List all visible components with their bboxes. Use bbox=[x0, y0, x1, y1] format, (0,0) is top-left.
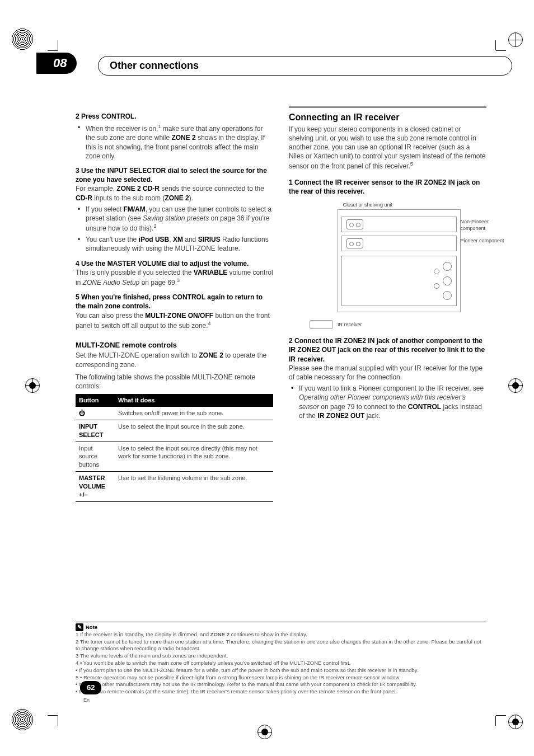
table-row: INPUT SELECT Use to select the input sou… bbox=[76, 420, 273, 442]
italic: Saving station presets bbox=[143, 214, 209, 222]
text: Set the MULTI-ZONE operation switch to bbox=[76, 351, 199, 359]
chapter-number-badge: 08 bbox=[36, 53, 77, 74]
text: on page 69. bbox=[139, 279, 177, 287]
table-cell: Use to select the input source directly … bbox=[115, 442, 273, 472]
step-5-para: You can also press the MULTI-ZONE ON/OFF… bbox=[76, 311, 273, 330]
bold: IR ZONE2 OUT bbox=[317, 412, 364, 420]
registration-mark-icon bbox=[508, 32, 523, 47]
step-4-heading: 4 Use the MASTER VOLUME dial to adjust t… bbox=[76, 259, 273, 268]
bold: ZONE 2 bbox=[171, 134, 195, 142]
footnote-4a: 4 • You won't be able to switch the main… bbox=[76, 660, 486, 667]
footnote-5a: 5 • Remote operation may not be possible… bbox=[76, 674, 486, 682]
bold: XM bbox=[173, 236, 183, 243]
note-icon: ✎ bbox=[76, 623, 83, 631]
knob-icon bbox=[434, 269, 439, 274]
text: For example, bbox=[76, 185, 116, 192]
bold: iPod USB bbox=[139, 236, 170, 243]
chapter-title: Other connections bbox=[98, 56, 512, 76]
text: continues to show in the display. bbox=[229, 631, 307, 637]
text: 1 If the receiver is in standby, the dis… bbox=[76, 631, 210, 637]
text: jack. bbox=[364, 412, 380, 420]
table-row: MASTER VOLUME +/– Use to set the listeni… bbox=[76, 472, 273, 502]
diagram-label: Closet or shelving unit bbox=[343, 201, 472, 208]
diagram-shelf: Non-Pioneer component Pioneer component bbox=[338, 209, 461, 312]
table-row: Input source buttons Use to select the i… bbox=[76, 442, 273, 472]
bold: ZONE 2 CD-R bbox=[116, 185, 160, 192]
step-3-bullet-2: You can't use the iPod USB, XM and SIRIU… bbox=[76, 235, 273, 253]
bold: ZONE 2 bbox=[165, 194, 189, 202]
multizone-para-1: Set the MULTI-ZONE operation switch to Z… bbox=[76, 351, 273, 369]
crop-mark-icon bbox=[495, 716, 496, 726]
crop-mark-icon bbox=[496, 50, 506, 51]
diagram-label: IR receiver bbox=[338, 314, 362, 328]
text: This is only possible if you selected th… bbox=[76, 269, 194, 276]
bold: ZONE 2 bbox=[199, 351, 223, 359]
text: If you keep your stereo components in a … bbox=[289, 125, 486, 171]
text: You can't use the bbox=[86, 236, 139, 243]
step-4-para: This is only possible if you selected th… bbox=[76, 268, 273, 287]
italic: ZONE Audio Setup bbox=[83, 279, 140, 287]
text: ). bbox=[189, 194, 193, 202]
bold: FM/AM bbox=[123, 205, 145, 213]
table-cell: Switches on/off power in the sub zone. bbox=[115, 407, 273, 420]
knob-icon bbox=[434, 283, 439, 289]
text: sends the source connected to the bbox=[160, 185, 264, 192]
diagram-label: Pioneer component bbox=[461, 237, 511, 244]
text: When the receiver is on, bbox=[86, 125, 158, 133]
chapter-header: 08 Other connections bbox=[48, 56, 514, 78]
footnote-4b: • If you don't plan to use the MULTI-ZON… bbox=[76, 667, 486, 674]
left-column: 2 Press CONTROL. When the receiver is on… bbox=[76, 106, 273, 502]
text: If you want to link a Pioneer component … bbox=[299, 384, 484, 392]
table-cell: Input source buttons bbox=[76, 442, 115, 472]
footnote-ref: 2 bbox=[153, 223, 156, 229]
right-step-2-bullet: If you want to link a Pioneer component … bbox=[289, 384, 486, 420]
section-heading: Connecting an IR receiver bbox=[289, 106, 486, 124]
right-column: Connecting an IR receiver If you keep yo… bbox=[289, 106, 486, 502]
bold: CONTROL bbox=[408, 403, 441, 411]
footnote-ref: 4 bbox=[208, 321, 211, 326]
knob-icon bbox=[443, 276, 452, 285]
step-3-bullet-1: If you select FM/AM, you can use the tun… bbox=[76, 205, 273, 233]
bold: CD-R bbox=[76, 194, 92, 202]
step-3-para: For example, ZONE 2 CD-R sends the sourc… bbox=[76, 184, 273, 202]
page-language: En bbox=[83, 697, 90, 703]
text: inputs to the sub room ( bbox=[92, 194, 165, 202]
knob-icon bbox=[443, 262, 452, 271]
footnote-5c: • If using two remote controls (at the s… bbox=[76, 688, 486, 696]
right-step-2-para: Please see the manual supplied with your… bbox=[289, 364, 486, 382]
footnotes: ✎Note 1 If the receiver is in standby, t… bbox=[76, 622, 486, 696]
right-step-1-heading: 1 Connect the IR receiver sensor to the … bbox=[289, 178, 486, 196]
registration-mark-icon bbox=[11, 708, 34, 731]
crop-mark-icon bbox=[58, 716, 58, 726]
bold: MULTI-ZONE ON/OFF bbox=[145, 312, 213, 320]
ir-receiver-icon bbox=[310, 320, 333, 329]
table-header: Button bbox=[76, 394, 115, 407]
text: on page 79 to connect to the bbox=[319, 403, 408, 411]
text: , bbox=[169, 236, 173, 243]
knob-icon bbox=[443, 291, 452, 300]
connection-diagram: Closet or shelving unit Non-Pioneer comp… bbox=[304, 201, 472, 331]
table-cell: Use to select the input source in the su… bbox=[115, 420, 273, 442]
jacks-icon bbox=[346, 219, 363, 229]
text: and bbox=[183, 236, 198, 243]
diagram-label: Non-Pioneer component bbox=[461, 218, 511, 232]
registration-mark-icon bbox=[25, 378, 40, 393]
registration-mark-icon bbox=[257, 725, 272, 739]
table-header: What it does bbox=[115, 394, 273, 407]
right-step-2-heading: 2 Connect the IR ZONE2 IN jack of anothe… bbox=[289, 336, 486, 364]
multizone-subheading: MULTI-ZONE remote controls bbox=[76, 340, 273, 350]
step-3-heading: 3 Use the INPUT SELECTOR dial to select … bbox=[76, 166, 273, 184]
footnote-1: 1 If the receiver is in standby, the dis… bbox=[76, 631, 486, 638]
text: You can also press the bbox=[76, 312, 145, 320]
jacks-icon bbox=[346, 238, 363, 248]
step-5-heading: 5 When you're finished, press CONTROL ag… bbox=[76, 293, 273, 311]
power-icon: ⏻ bbox=[76, 407, 115, 420]
registration-mark-icon bbox=[11, 28, 34, 50]
crop-mark-icon bbox=[58, 40, 58, 50]
note-heading-label: Note bbox=[86, 624, 97, 630]
bold: ZONE 2 bbox=[210, 631, 229, 637]
diagram-component: Pioneer component bbox=[341, 236, 457, 251]
crop-mark-icon bbox=[48, 50, 58, 51]
page-number: 62 bbox=[80, 681, 101, 694]
footnote-ref: 3 bbox=[177, 278, 180, 283]
